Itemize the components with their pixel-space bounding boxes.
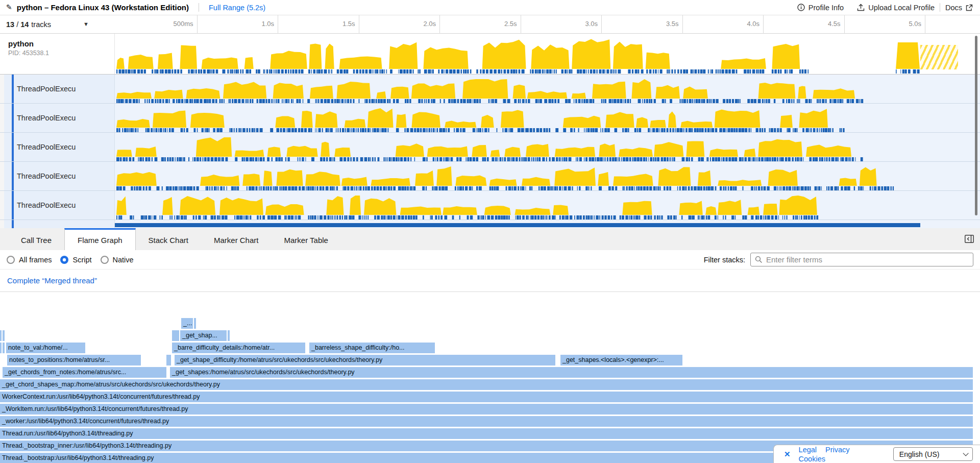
breadcrumb-complete-merged-thread[interactable]: Complete “Merged thread”: [7, 276, 97, 285]
thread-track-label[interactable]: ThreadPoolExecu: [0, 191, 115, 220]
footer-link-cookies[interactable]: Cookies: [799, 455, 825, 463]
profile-info-button[interactable]: Profile Info: [797, 4, 844, 12]
timeline-tracks: python PID: 453538.1 ThreadPoolExecuThre…: [0, 34, 980, 228]
tab-marker-table[interactable]: Marker Table: [271, 228, 340, 250]
flame-frame[interactable]: _get_chords_from_notes:/home/atrus/src..…: [3, 367, 166, 378]
flame-frame[interactable]: [194, 318, 196, 329]
tracks-count-separator: /: [16, 20, 18, 29]
tab-marker-chart[interactable]: Marker Chart: [201, 228, 272, 250]
thread-track-activity[interactable]: [115, 135, 958, 162]
tracks-suffix: tracks: [31, 20, 51, 29]
upload-local-profile-button[interactable]: Upload Local Profile: [857, 4, 935, 12]
footer-link-privacy[interactable]: Privacy: [825, 446, 850, 454]
flame-frame[interactable]: [166, 355, 171, 365]
radio-icon: [60, 256, 68, 264]
breadcrumb-row: Complete “Merged thread”: [0, 270, 980, 292]
radio-icon: [101, 256, 109, 264]
flame-frame-label: _get_shapes:/home/atrus/src/ukechords/sr…: [172, 369, 355, 376]
flame-frame[interactable]: note_to_val:/home/...: [6, 343, 85, 353]
radio-script[interactable]: Script: [60, 256, 91, 264]
flame-frame[interactable]: notes_to_positions:/home/atrus/sr...: [7, 355, 141, 365]
flame-frame-label: _get_chord_shapes_map:/home/atrus/src/uk…: [2, 381, 220, 388]
tab-flame-graph[interactable]: Flame Graph: [64, 228, 136, 250]
edit-profile-name-icon[interactable]: ✎: [6, 3, 12, 11]
radio-native[interactable]: Native: [101, 256, 134, 264]
process-track-activity[interactable]: [115, 37, 958, 74]
flame-frame[interactable]: WorkerContext.run:/usr/lib64/python3.14t…: [0, 392, 973, 402]
ruler-tick: 4.0s: [687, 15, 764, 34]
flame-frame[interactable]: [0, 343, 2, 353]
thread-track-activity[interactable]: [115, 106, 958, 133]
process-group-stripe: [12, 104, 14, 132]
app-header: ✎ python – Fedora Linux 43 (Workstation …: [0, 0, 980, 15]
flame-frame[interactable]: _get_chord_shapes_map:/home/atrus/src/uk…: [0, 379, 973, 390]
legal-footer-overlay: ✕ LegalPrivacyCookies English (US): [773, 445, 980, 463]
track-gutter: [0, 133, 4, 161]
track-gutter: [0, 220, 4, 228]
thread-track-label[interactable]: ThreadPoolExecu: [0, 133, 115, 161]
track-gutter: [0, 104, 4, 132]
flame-frame[interactable]: _WorkItem.run:/usr/lib64/python3.14t/con…: [0, 404, 973, 415]
radio-label: Script: [72, 256, 91, 264]
thread-track-label[interactable]: ThreadPoolExecu: [0, 75, 115, 103]
thread-tracks: ThreadPoolExecuThreadPoolExecuThreadPool…: [0, 75, 980, 220]
flame-frame[interactable]: [0, 330, 2, 341]
flame-frame[interactable]: _get_shap...: [180, 330, 227, 341]
flame-frame[interactable]: Thread.run:/usr/lib64/python3.14t/thread…: [0, 428, 973, 439]
flame-frame-label: _get_chords_from_notes:/home/atrus/src..…: [5, 369, 126, 376]
flame-frame[interactable]: _barreless_shape_difficulty:/ho...: [309, 343, 435, 353]
tab-stack-chart[interactable]: Stack Chart: [136, 228, 201, 250]
flame-frame-label: _barre_difficulty_details:/home/atr...: [174, 344, 275, 351]
samples-bar: [115, 223, 920, 227]
full-range-button[interactable]: Full Range (5.2s): [209, 4, 265, 12]
process-group-stripe: [12, 162, 14, 190]
process-group-stripe: [12, 75, 14, 103]
flame-frame[interactable]: [228, 330, 230, 341]
flame-frame-label: Thread.run:/usr/lib64/python3.14t/thread…: [2, 430, 133, 437]
sidebar-toggle-button[interactable]: [964, 234, 975, 245]
track-gutter: [0, 75, 4, 103]
close-icon[interactable]: ✕: [784, 450, 791, 459]
filter-stacks-input[interactable]: [766, 255, 969, 264]
flame-frame[interactable]: [172, 330, 179, 341]
ruler-tick: 1.5s: [283, 15, 359, 34]
docs-button[interactable]: Docs: [945, 4, 973, 12]
thread-track-activity[interactable]: [115, 164, 958, 191]
profile-title: python – Fedora Linux 43 (Workstation Ed…: [17, 3, 189, 12]
timeline-ruler: 13 / 14 tracks ▼ 500ms1.0s1.5s2.0s2.5s3.…: [0, 15, 980, 34]
tab-call-tree[interactable]: Call Tree: [8, 228, 64, 250]
process-track-label[interactable]: python PID: 453538.1: [0, 34, 115, 74]
tracks-scrollbar-thumb[interactable]: [975, 36, 977, 215]
thread-track-partial[interactable]: [0, 220, 980, 228]
flame-frame[interactable]: [3, 330, 5, 341]
flame-frame-label: _get_shape_difficulty:/home/atrus/src/uk…: [177, 356, 382, 363]
flame-frame[interactable]: _...: [181, 318, 193, 329]
process-track-python: python PID: 453538.1: [0, 34, 980, 75]
flame-frame[interactable]: [3, 343, 5, 353]
process-pid: PID: 453538.1: [8, 50, 114, 57]
flame-frame[interactable]: _get_shape_difficulty:/home/atrus/src/uk…: [175, 355, 555, 365]
footer-link-legal[interactable]: Legal: [799, 446, 817, 454]
flame-frame-label: notes_to_positions:/home/atrus/sr...: [9, 356, 110, 363]
thread-track-activity[interactable]: [115, 193, 958, 220]
language-select[interactable]: English (US): [893, 447, 973, 461]
thread-track-activity[interactable]: [115, 77, 958, 104]
ruler-tick: 500ms: [121, 15, 198, 34]
flame-frame-label: Thread._bootstrap_inner:/usr/lib64/pytho…: [2, 442, 172, 449]
language-value: English (US): [899, 450, 940, 458]
flame-frame[interactable]: _get_shapes.<locals>.<genexpr>:...: [560, 355, 682, 365]
radio-all-frames[interactable]: All frames: [7, 256, 52, 264]
filter-stacks-label: Filter stacks:: [704, 256, 745, 264]
ruler-tick: 4.5s: [768, 15, 845, 34]
flame-frame-label: _...: [183, 320, 192, 327]
thread-track-label[interactable]: ThreadPoolExecu: [0, 162, 115, 190]
flame-frame[interactable]: _barre_difficulty_details:/home/atr...: [172, 343, 305, 353]
thread-track-label[interactable]: ThreadPoolExecu: [0, 104, 115, 132]
thread-track: ThreadPoolExecu: [0, 133, 980, 162]
profile-info-label: Profile Info: [808, 4, 844, 12]
flame-frame[interactable]: _get_shapes:/home/atrus/src/ukechords/sr…: [170, 367, 973, 378]
flame-frame-label: Thread._bootstrap:/usr/lib64/python3.14t…: [2, 454, 154, 461]
tracks-dropdown-button[interactable]: 13 / 14 tracks ▼: [0, 15, 115, 34]
flame-frame[interactable]: _worker:/usr/lib64/python3.14t/concurren…: [0, 416, 973, 427]
ruler-tick: 2.5s: [445, 15, 521, 34]
